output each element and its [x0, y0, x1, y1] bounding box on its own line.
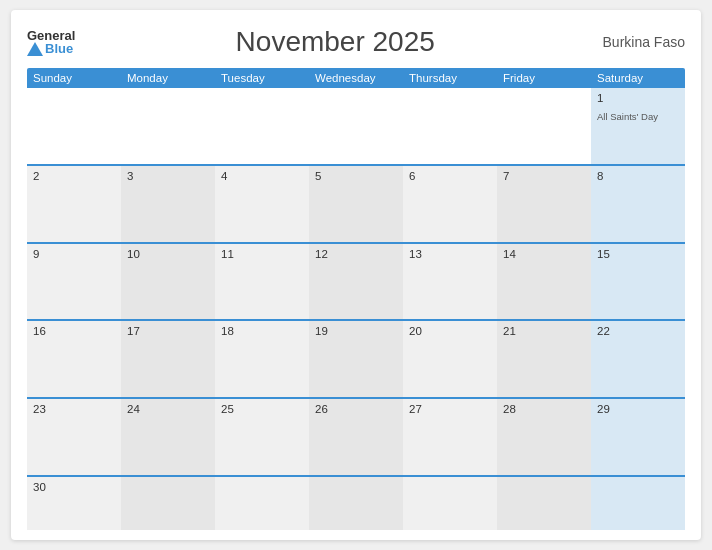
day-number: 14: [503, 248, 585, 260]
day-number: 3: [127, 170, 209, 182]
calendar: General Blue November 2025 Burkina Faso …: [11, 10, 701, 540]
day-number: 13: [409, 248, 491, 260]
day-number: 26: [315, 403, 397, 415]
day-cell: [497, 88, 591, 164]
day-cell: [215, 88, 309, 164]
day-header-sunday: Sunday: [27, 68, 121, 88]
logo-blue-text: Blue: [45, 42, 73, 55]
day-header-friday: Friday: [497, 68, 591, 88]
day-cell: [309, 88, 403, 164]
day-cell: 10: [121, 244, 215, 320]
week-row-5: 30: [27, 475, 685, 530]
day-number: 25: [221, 403, 303, 415]
day-cell: 22: [591, 321, 685, 397]
day-cell: [121, 477, 215, 530]
day-number: 7: [503, 170, 585, 182]
day-number: 12: [315, 248, 397, 260]
day-cell: [497, 477, 591, 530]
day-number: 10: [127, 248, 209, 260]
weeks-container: 1All Saints' Day234567891011121314151617…: [27, 88, 685, 530]
day-cell: 8: [591, 166, 685, 242]
day-number: 24: [127, 403, 209, 415]
day-number: 23: [33, 403, 115, 415]
day-number: 1: [597, 92, 679, 104]
week-row-4: 23242526272829: [27, 397, 685, 475]
day-cell: 7: [497, 166, 591, 242]
day-cell: 3: [121, 166, 215, 242]
day-number: 29: [597, 403, 679, 415]
day-cell: 2: [27, 166, 121, 242]
week-row-1: 2345678: [27, 164, 685, 242]
day-number: 30: [33, 481, 115, 493]
day-cell: 21: [497, 321, 591, 397]
day-number: 17: [127, 325, 209, 337]
day-number: 18: [221, 325, 303, 337]
day-cell: 20: [403, 321, 497, 397]
day-number: 9: [33, 248, 115, 260]
week-row-0: 1All Saints' Day: [27, 88, 685, 164]
day-number: 6: [409, 170, 491, 182]
day-cell: 29: [591, 399, 685, 475]
day-cell: [215, 477, 309, 530]
day-cell: 14: [497, 244, 591, 320]
week-row-2: 9101112131415: [27, 242, 685, 320]
day-cell: 27: [403, 399, 497, 475]
day-cell: [309, 477, 403, 530]
calendar-grid: SundayMondayTuesdayWednesdayThursdayFrid…: [27, 68, 685, 530]
day-number: 28: [503, 403, 585, 415]
day-number: 15: [597, 248, 679, 260]
day-cell: [403, 477, 497, 530]
day-header-tuesday: Tuesday: [215, 68, 309, 88]
day-header-saturday: Saturday: [591, 68, 685, 88]
day-header-thursday: Thursday: [403, 68, 497, 88]
day-number: 19: [315, 325, 397, 337]
logo-general-text: General: [27, 29, 75, 42]
logo-triangle-icon: [27, 42, 43, 56]
day-cell: [403, 88, 497, 164]
day-header-monday: Monday: [121, 68, 215, 88]
week-row-3: 16171819202122: [27, 319, 685, 397]
day-cell: 17: [121, 321, 215, 397]
day-cell: 28: [497, 399, 591, 475]
day-cell: 9: [27, 244, 121, 320]
day-cell: 13: [403, 244, 497, 320]
day-cell: 5: [309, 166, 403, 242]
calendar-title: November 2025: [75, 26, 595, 58]
day-event: All Saints' Day: [597, 111, 658, 122]
day-cell: 24: [121, 399, 215, 475]
day-cell: 1All Saints' Day: [591, 88, 685, 164]
day-cell: 26: [309, 399, 403, 475]
day-cell: [591, 477, 685, 530]
day-cell: 15: [591, 244, 685, 320]
day-number: 16: [33, 325, 115, 337]
day-cell: 23: [27, 399, 121, 475]
day-number: 21: [503, 325, 585, 337]
day-cell: 16: [27, 321, 121, 397]
day-number: 20: [409, 325, 491, 337]
day-cell: 4: [215, 166, 309, 242]
day-cell: 19: [309, 321, 403, 397]
day-cell: 18: [215, 321, 309, 397]
day-number: 22: [597, 325, 679, 337]
day-number: 4: [221, 170, 303, 182]
day-cell: [27, 88, 121, 164]
country-label: Burkina Faso: [595, 34, 685, 50]
day-number: 11: [221, 248, 303, 260]
day-cell: 12: [309, 244, 403, 320]
day-number: 2: [33, 170, 115, 182]
day-cell: [121, 88, 215, 164]
day-number: 5: [315, 170, 397, 182]
day-headers: SundayMondayTuesdayWednesdayThursdayFrid…: [27, 68, 685, 88]
day-cell: 6: [403, 166, 497, 242]
calendar-header: General Blue November 2025 Burkina Faso: [27, 26, 685, 58]
day-cell: 25: [215, 399, 309, 475]
day-cell: 11: [215, 244, 309, 320]
day-number: 27: [409, 403, 491, 415]
logo: General Blue: [27, 29, 75, 56]
day-header-wednesday: Wednesday: [309, 68, 403, 88]
day-number: 8: [597, 170, 679, 182]
day-cell: 30: [27, 477, 121, 530]
logo-blue-row: Blue: [27, 42, 73, 56]
